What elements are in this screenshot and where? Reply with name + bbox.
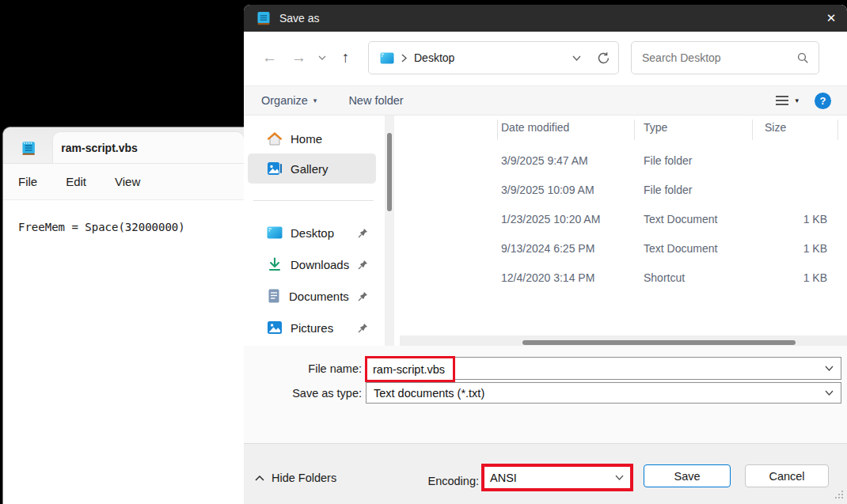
table-row[interactable]: 12/4/2020 3:14 PM Shortcut 1 KB bbox=[400, 263, 847, 292]
sidebar-item-label: Documents bbox=[289, 290, 349, 303]
sidebar-item-gallery[interactable]: Gallery bbox=[248, 153, 376, 184]
scrollbar-thumb[interactable] bbox=[522, 340, 796, 345]
hide-folders-button[interactable]: Hide Folders bbox=[255, 472, 336, 484]
search-placeholder: Search Desktop bbox=[642, 51, 721, 64]
file-name-input[interactable]: ram-script.vbs bbox=[366, 357, 841, 380]
cell-date: 3/9/2025 10:09 AM bbox=[501, 184, 594, 196]
chevron-down-icon bbox=[318, 55, 326, 60]
desktop-icon bbox=[380, 52, 394, 64]
recent-locations-button[interactable] bbox=[313, 44, 331, 71]
cell-size: 1 KB bbox=[748, 213, 827, 225]
chevron-down-icon[interactable] bbox=[615, 475, 624, 480]
menu-edit[interactable]: Edit bbox=[66, 175, 86, 188]
sidebar-item-label: Downloads bbox=[291, 258, 349, 271]
encoding-value: ANSI bbox=[490, 472, 517, 484]
cell-type: Text Document bbox=[644, 213, 717, 225]
dialog-title: Save as bbox=[279, 12, 320, 25]
table-row[interactable]: 3/9/2025 10:09 AM File folder bbox=[400, 175, 847, 204]
pin-icon bbox=[358, 291, 368, 301]
close-button[interactable]: ✕ bbox=[817, 5, 845, 32]
file-name-label: File name: bbox=[244, 362, 362, 375]
cell-type: File folder bbox=[644, 154, 692, 167]
back-icon: ← bbox=[262, 49, 277, 66]
downloads-icon bbox=[267, 256, 283, 272]
sidebar-item-downloads[interactable]: Downloads bbox=[248, 248, 376, 280]
scrollbar-thumb[interactable] bbox=[387, 133, 392, 211]
documents-icon bbox=[267, 288, 281, 304]
cell-type: Shortcut bbox=[644, 271, 685, 284]
cell-date: 9/13/2024 6:25 PM bbox=[501, 242, 594, 255]
chevron-down-icon[interactable] bbox=[825, 366, 834, 371]
new-folder-label: New folder bbox=[348, 94, 403, 107]
menu-file[interactable]: File bbox=[18, 175, 37, 188]
refresh-icon[interactable] bbox=[597, 51, 610, 65]
screen: ram-script.vbs File Edit View FreeMem = … bbox=[0, 0, 847, 504]
cancel-button[interactable]: Cancel bbox=[745, 464, 829, 487]
pin-icon bbox=[358, 228, 368, 238]
notepad-window: ram-script.vbs File Edit View FreeMem = … bbox=[2, 127, 244, 504]
hide-folders-label: Hide Folders bbox=[272, 472, 336, 484]
dialog-footer: Hide Folders Encoding: ANSI Save Cancel bbox=[244, 443, 847, 504]
sidebar-item-pictures[interactable]: Pictures bbox=[248, 312, 376, 343]
cell-date: 12/4/2020 3:14 PM bbox=[501, 271, 594, 284]
cancel-button-label: Cancel bbox=[769, 470, 804, 483]
up-button[interactable]: ↑ bbox=[331, 44, 360, 71]
notepad-tab[interactable]: ram-script.vbs bbox=[53, 132, 244, 163]
table-row[interactable]: 9/13/2024 6:25 PM Text Document 1 KB bbox=[400, 233, 847, 263]
sidebar-item-label: Home bbox=[291, 132, 322, 146]
view-options-button[interactable]: ▾ bbox=[775, 95, 799, 106]
address-dropdown-icon[interactable] bbox=[572, 55, 581, 61]
save-button-label: Save bbox=[674, 470, 700, 483]
up-icon: ↑ bbox=[342, 49, 350, 66]
help-button[interactable]: ? bbox=[815, 93, 831, 109]
new-folder-button[interactable]: New folder bbox=[348, 94, 403, 107]
pin-icon bbox=[358, 323, 368, 333]
chevron-up-icon bbox=[255, 476, 264, 481]
column-header-type[interactable]: Type bbox=[644, 121, 667, 134]
chevron-down-icon: ▾ bbox=[795, 97, 799, 104]
list-header: Date modified Type Size bbox=[400, 117, 847, 141]
back-button[interactable]: ← bbox=[255, 44, 284, 71]
dialog-title-bar[interactable]: Save as ✕ bbox=[244, 5, 847, 32]
sidebar-item-home[interactable]: Home bbox=[248, 123, 376, 153]
organize-label: Organize bbox=[261, 94, 308, 107]
organize-button[interactable]: Organize ▾ bbox=[261, 94, 317, 107]
column-separator bbox=[634, 119, 635, 140]
menu-view[interactable]: View bbox=[115, 175, 140, 188]
breadcrumb-location[interactable]: Desktop bbox=[414, 51, 454, 64]
sidebar-item-desktop[interactable]: Desktop bbox=[248, 217, 376, 248]
column-header-size[interactable]: Size bbox=[765, 121, 786, 134]
encoding-highlight-box: ANSI bbox=[481, 464, 633, 491]
sidebar-separator bbox=[253, 200, 374, 201]
desktop-icon bbox=[267, 226, 283, 239]
column-header-date[interactable]: Date modified bbox=[501, 121, 569, 134]
forward-button[interactable]: → bbox=[284, 44, 313, 71]
close-icon: ✕ bbox=[826, 11, 837, 25]
save-as-type-value: Text documents (*.txt) bbox=[374, 387, 484, 400]
sidebar-scrollbar[interactable] bbox=[385, 116, 394, 346]
gallery-icon bbox=[267, 161, 283, 176]
save-as-type-select[interactable]: Text documents (*.txt) bbox=[366, 382, 841, 404]
encoding-select[interactable]: ANSI bbox=[484, 467, 630, 488]
pictures-icon bbox=[267, 320, 283, 335]
column-separator bbox=[497, 119, 498, 140]
cell-type: File folder bbox=[644, 184, 692, 196]
chevron-down-icon[interactable] bbox=[825, 390, 834, 396]
table-row[interactable]: 3/9/2025 9:47 AM File folder bbox=[400, 146, 847, 175]
list-rows: 3/9/2025 9:47 AM File folder 3/9/2025 10… bbox=[400, 146, 847, 292]
save-button[interactable]: Save bbox=[644, 464, 731, 487]
cell-size: 1 KB bbox=[748, 242, 827, 255]
table-row[interactable]: 1/23/2025 10:20 AM Text Document 1 KB bbox=[400, 204, 847, 233]
notepad-editor[interactable]: FreeMem = Space(32000000) bbox=[3, 200, 244, 504]
sidebar-item-label: Pictures bbox=[291, 321, 333, 335]
save-as-dialog: Save as ✕ ← → ↑ Desktop bbox=[244, 5, 847, 504]
home-icon bbox=[267, 131, 283, 146]
resize-grip[interactable] bbox=[834, 488, 844, 502]
chevron-down-icon: ▾ bbox=[313, 97, 317, 104]
breadcrumb-chevron-icon bbox=[401, 54, 407, 63]
sidebar-item-label: Gallery bbox=[291, 162, 329, 176]
sidebar-item-documents[interactable]: Documents bbox=[248, 280, 376, 312]
address-bar[interactable]: Desktop bbox=[368, 41, 619, 74]
filename-highlight-box: ram-script.vbs bbox=[365, 356, 455, 382]
search-input[interactable]: Search Desktop bbox=[631, 41, 819, 74]
